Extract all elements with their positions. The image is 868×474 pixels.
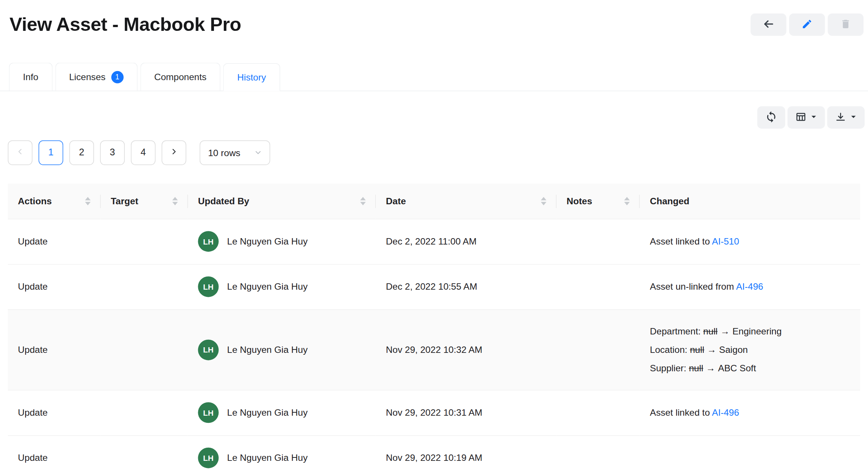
cell-updated-by: LHLe Nguyen Gia Huy <box>188 390 376 435</box>
column-header-notes[interactable]: Notes <box>557 184 640 219</box>
user-avatar: LH <box>198 339 219 360</box>
prev-page-button[interactable] <box>8 140 32 165</box>
old-value-strikethrough: null <box>703 326 718 336</box>
cell-updated-by: LHLe Nguyen Gia Huy <box>188 435 376 474</box>
column-label: Date <box>386 196 406 206</box>
changed-asset-link[interactable]: AI-510 <box>712 236 739 246</box>
column-header-changed: Changed <box>640 184 860 219</box>
column-header-updated-by[interactable]: Updated By <box>188 184 376 219</box>
cell-notes <box>557 309 640 390</box>
arrow-left-icon <box>762 18 775 32</box>
chevron-down-icon <box>255 147 262 158</box>
cell-notes <box>557 435 640 474</box>
history-row: UpdateLHLe Nguyen Gia HuyDec 2, 2022 11:… <box>8 219 860 264</box>
header-actions <box>751 14 863 36</box>
tab-label: History <box>237 72 266 82</box>
pagination: 1 2 3 4 10 rows <box>8 140 868 165</box>
cell-updated-by: LHLe Nguyen Gia Huy <box>188 309 376 390</box>
changed-text: Supplier: <box>650 363 689 373</box>
cell-changed: Asset linked to AI-496 <box>640 390 860 435</box>
tab-label: Licenses <box>69 71 106 82</box>
history-table-body: UpdateLHLe Nguyen Gia HuyDec 2, 2022 11:… <box>8 219 860 474</box>
cell-date: Dec 2, 2022 11:00 AM <box>376 219 556 264</box>
cell-updated-by: LHLe Nguyen Gia Huy <box>188 219 376 264</box>
cell-date: Nov 29, 2022 10:32 AM <box>376 309 556 390</box>
user-name: Le Nguyen Gia Huy <box>227 281 308 292</box>
arrow-right-icon: → <box>703 363 718 373</box>
tab-label: Components <box>154 71 206 82</box>
pencil-icon <box>801 18 813 31</box>
table-header-row: Actions Target Updated By <box>8 184 860 219</box>
cell-target <box>101 264 188 309</box>
column-header-actions[interactable]: Actions <box>8 184 101 219</box>
page-button-2[interactable]: 2 <box>69 140 94 165</box>
user-name: Le Nguyen Gia Huy <box>227 453 308 463</box>
caret-down-icon <box>810 113 817 122</box>
cell-notes <box>557 264 640 309</box>
history-row: UpdateLHLe Nguyen Gia HuyNov 29, 2022 10… <box>8 435 860 474</box>
cell-changed: Department: null→EngineeringLocation: nu… <box>640 309 860 390</box>
delete-button[interactable] <box>828 14 863 36</box>
user-name: Le Nguyen Gia Huy <box>227 407 308 418</box>
cell-changed <box>640 435 860 474</box>
cell-target <box>101 435 188 474</box>
licenses-count-badge: 1 <box>111 71 123 83</box>
column-label: Notes <box>566 196 592 206</box>
tab-components[interactable]: Components <box>140 63 220 91</box>
cell-target <box>101 390 188 435</box>
changed-text: Engineering <box>732 326 782 336</box>
column-header-date[interactable]: Date <box>376 184 556 219</box>
column-header-target[interactable]: Target <box>101 184 188 219</box>
cell-updated-by: LHLe Nguyen Gia Huy <box>188 264 376 309</box>
page-button-1[interactable]: 1 <box>39 140 63 165</box>
sort-carets-icon <box>85 197 91 205</box>
refresh-button[interactable] <box>757 106 785 129</box>
chevron-left-icon <box>16 147 24 158</box>
tab-history[interactable]: History <box>223 63 280 91</box>
tab-licenses[interactable]: Licenses 1 <box>55 63 138 91</box>
page-header: View Asset - Macbook Pro <box>0 0 868 36</box>
user-avatar: LH <box>198 231 219 252</box>
changed-line: Supplier: null→ABC Soft <box>650 359 850 377</box>
column-label: Changed <box>650 196 689 206</box>
changed-line: Asset un-linked from AI-496 <box>650 278 850 296</box>
changed-asset-link[interactable]: AI-496 <box>712 407 739 418</box>
columns-dropdown-button[interactable] <box>788 106 825 129</box>
cell-date: Dec 2, 2022 10:55 AM <box>376 264 556 309</box>
changed-text: Department: <box>650 326 703 336</box>
sort-carets-icon <box>360 197 366 205</box>
table-grid-icon <box>795 111 807 124</box>
cell-target <box>101 219 188 264</box>
changed-line: Asset linked to AI-496 <box>650 403 850 422</box>
changed-text: Asset linked to <box>650 407 712 418</box>
changed-text: Asset un-linked from <box>650 281 736 292</box>
history-table: Actions Target Updated By <box>8 184 860 474</box>
history-row: UpdateLHLe Nguyen Gia HuyNov 29, 2022 10… <box>8 309 860 390</box>
edit-button[interactable] <box>789 14 825 36</box>
page-button-3[interactable]: 3 <box>100 140 124 165</box>
export-dropdown-button[interactable] <box>827 106 865 129</box>
changed-text: Saigon <box>719 344 748 354</box>
cell-date: Nov 29, 2022 10:19 AM <box>376 435 556 474</box>
tab-bar: Info Licenses 1 Components History <box>0 63 868 91</box>
caret-down-icon <box>850 113 857 122</box>
sort-carets-icon <box>624 197 630 205</box>
changed-asset-link[interactable]: AI-496 <box>736 281 763 292</box>
column-label: Target <box>111 196 138 206</box>
cell-actions: Update <box>8 309 101 390</box>
tab-info[interactable]: Info <box>9 63 52 91</box>
next-page-button[interactable] <box>162 140 186 165</box>
history-row: UpdateLHLe Nguyen Gia HuyNov 29, 2022 10… <box>8 390 860 435</box>
refresh-icon <box>765 111 777 125</box>
changed-line: Department: null→Engineering <box>650 322 850 340</box>
user-avatar: LH <box>198 276 219 297</box>
back-button[interactable] <box>751 14 786 36</box>
cell-actions: Update <box>8 264 101 309</box>
page-button-4[interactable]: 4 <box>131 140 155 165</box>
changed-text: Location: <box>650 344 690 354</box>
user-avatar: LH <box>198 402 219 423</box>
user-name: Le Nguyen Gia Huy <box>227 236 308 247</box>
cell-changed: Asset linked to AI-510 <box>640 219 860 264</box>
arrow-right-icon: → <box>718 326 732 336</box>
rows-per-page-select[interactable]: 10 rows <box>200 140 270 165</box>
